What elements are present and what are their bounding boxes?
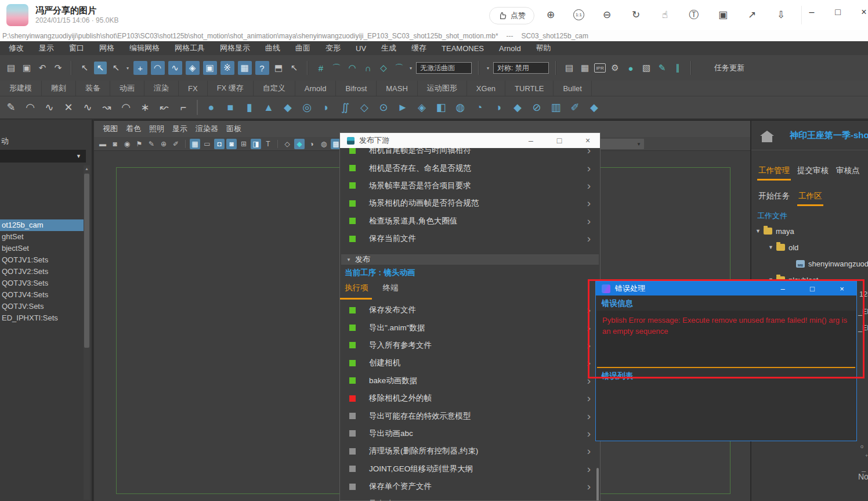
close-button[interactable]: × xyxy=(583,136,593,145)
shaded-icon[interactable]: ◆ xyxy=(294,139,305,149)
active-surface-field[interactable] xyxy=(416,62,472,74)
loft-icon[interactable]: ∬ xyxy=(338,100,353,115)
tree-row[interactable]: ▼ maya xyxy=(751,223,868,239)
original-size-icon[interactable]: 1:1 xyxy=(573,9,584,20)
viewport-menu-item[interactable]: 渲染器 xyxy=(196,124,218,134)
angle-curve-icon[interactable]: ⌐ xyxy=(176,100,191,115)
pencil-curve-icon[interactable]: ✎ xyxy=(3,100,19,115)
publish-step-row[interactable]: JOINT,GEO组移动到世界大纲 › xyxy=(341,460,599,478)
shelf-tab[interactable]: XGen xyxy=(467,81,505,96)
publish-step-row[interactable]: 导出动画fbx › xyxy=(341,495,599,501)
maya-menu-item[interactable]: 网格显示 xyxy=(212,43,258,53)
rotate-icon[interactable]: ↻ xyxy=(630,8,642,21)
select-tool-icon[interactable]: ↖ xyxy=(78,62,91,74)
chevron-right-icon[interactable]: › xyxy=(587,323,591,333)
help-tool-icon[interactable]: ? xyxy=(255,61,269,75)
outliner-item[interactable]: QOTJV1:Sets xyxy=(0,254,85,266)
publish-tab[interactable]: 终端 xyxy=(383,283,399,293)
curve-arrow-icon[interactable]: ↝ xyxy=(99,100,114,115)
publish-step-row[interactable]: 创建相机 › xyxy=(341,354,599,372)
field-chart-icon[interactable]: ⊞ xyxy=(238,139,249,149)
duplicate-curve-icon[interactable]: ∗ xyxy=(138,100,153,115)
undo-icon[interactable]: ↶ xyxy=(36,62,49,74)
maximize-button[interactable]: □ xyxy=(833,7,843,17)
close-button[interactable]: × xyxy=(837,284,847,293)
error-dialog-titlebar[interactable]: 错误处理 – □ × xyxy=(596,282,856,295)
snap-center-icon[interactable]: ∩ xyxy=(361,62,374,74)
insert-isoparm-icon[interactable]: ▥ xyxy=(548,100,563,115)
caret-down-icon[interactable]: ▼ xyxy=(755,228,764,234)
check-item[interactable]: 场景帧率是否是符合项目要求 › xyxy=(341,177,599,194)
hand-tool-icon[interactable]: ☝ xyxy=(659,8,671,21)
render-frame-icon[interactable]: ▦ xyxy=(578,62,591,74)
curve-path-icon[interactable]: ∿ xyxy=(168,61,182,75)
redo-icon[interactable]: ↷ xyxy=(52,62,64,74)
cut-curve-icon[interactable]: ✕ xyxy=(61,100,76,115)
scroll-up-icon[interactable]: ▲ xyxy=(84,165,90,171)
dropdown-caret-icon[interactable]: ▾ xyxy=(410,66,412,71)
publish-step-row[interactable]: 保存单个资产文件 › xyxy=(341,478,599,495)
chevron-right-icon[interactable]: › xyxy=(587,234,591,243)
curve-handle-icon[interactable]: ↜ xyxy=(157,100,172,115)
tree-row[interactable]: MB shenyinwangzuodiyiji xyxy=(751,255,868,272)
render-settings-icon[interactable]: ⚙ xyxy=(609,62,621,74)
text-extract-icon[interactable]: Ⓣ xyxy=(688,8,700,21)
zoom-out-icon[interactable]: ⊖ xyxy=(601,8,613,21)
check-item[interactable]: 相机是否存在、命名是否规范 › xyxy=(341,159,599,176)
dialog-scrollbar-thumb[interactable] xyxy=(596,468,599,501)
download-icon[interactable]: ⇩ xyxy=(775,8,787,21)
maya-menu-item[interactable]: UV xyxy=(348,44,374,53)
outliner-scrollbar[interactable]: ▲ xyxy=(84,165,90,500)
publish-step-row[interactable]: 清理场景(删除所有控制器,约束) › xyxy=(341,442,599,460)
snap-curve-icon[interactable]: ⌒ xyxy=(330,62,343,74)
chevron-right-icon[interactable]: › xyxy=(587,217,591,226)
birail-icon[interactable]: ► xyxy=(395,100,410,115)
shelf-tab[interactable]: Bifrost xyxy=(336,81,377,96)
publish-tab[interactable]: 执行项 xyxy=(345,283,368,293)
trim-icon[interactable]: ◑ xyxy=(491,100,506,115)
all-lights-icon[interactable]: ◍ xyxy=(319,139,329,149)
chevron-right-icon[interactable]: › xyxy=(587,164,591,173)
maya-menu-item[interactable]: 网格工具 xyxy=(167,43,212,53)
share-icon[interactable]: ↗ xyxy=(746,8,758,21)
cluster-icon[interactable]: ※ xyxy=(220,61,234,75)
wireframe-icon[interactable]: ◇ xyxy=(282,139,292,149)
safe-title-icon[interactable]: T xyxy=(263,139,273,149)
camera-lock-icon[interactable]: ◙ xyxy=(110,139,120,149)
paint-effects-icon[interactable]: ✎ xyxy=(656,62,668,74)
render-view-icon[interactable]: ▤ xyxy=(563,62,576,74)
outliner-item[interactable]: QOTJV3:Sets xyxy=(0,277,85,289)
minimize-button[interactable]: – xyxy=(526,136,536,145)
outliner-item[interactable]: bjectSet xyxy=(0,243,85,254)
maya-menu-item[interactable]: 显示 xyxy=(31,43,62,53)
panel-tab[interactable]: 工作管理 xyxy=(758,165,790,181)
minimize-button[interactable]: – xyxy=(777,284,788,293)
chevron-right-icon[interactable]: › xyxy=(587,305,591,315)
arc-tool-icon[interactable]: ◠ xyxy=(118,100,133,115)
shelf-tab[interactable]: 渲染 xyxy=(144,81,179,96)
image-tools-icon[interactable]: ▣ xyxy=(717,8,729,21)
cube-primitive-icon[interactable]: ■ xyxy=(223,100,238,115)
pan-zoom-icon[interactable]: ⊕ xyxy=(158,139,169,149)
viewport-menu-item[interactable]: 照明 xyxy=(149,124,164,134)
publish-section-header[interactable]: ▼ 发布 xyxy=(341,254,599,265)
viewport-menu-item[interactable]: 面板 xyxy=(226,124,241,134)
maya-menu-item[interactable]: 缓存 xyxy=(404,43,434,53)
like-button[interactable]: 点赞 xyxy=(489,7,534,24)
home-icon[interactable] xyxy=(762,136,772,142)
plane-primitive-icon[interactable]: ◆ xyxy=(280,100,295,115)
publish-step-row[interactable]: bake动画数据 › xyxy=(341,372,599,390)
revolve-icon[interactable]: ◗ xyxy=(319,100,334,115)
outliner-item[interactable]: ghtSet xyxy=(0,231,85,243)
check-item[interactable]: 保存当前文件 › xyxy=(341,230,599,247)
grid-toggle-icon[interactable]: ▦ xyxy=(190,139,200,149)
soft-select-icon[interactable]: ◈ xyxy=(186,61,200,75)
edit-curve-icon[interactable]: ∿ xyxy=(80,100,95,115)
light-editor-icon[interactable]: ▧ xyxy=(640,62,653,74)
textured-icon[interactable]: ◑ xyxy=(306,139,317,149)
snap-point-icon[interactable]: ◠ xyxy=(346,62,359,74)
outliner-item[interactable]: QOTJV4:Sets xyxy=(0,289,85,301)
hypershade-icon[interactable]: ● xyxy=(624,62,637,74)
maya-menu-item[interactable]: 编辑网格 xyxy=(122,43,167,53)
chevron-right-icon[interactable]: › xyxy=(587,358,591,367)
